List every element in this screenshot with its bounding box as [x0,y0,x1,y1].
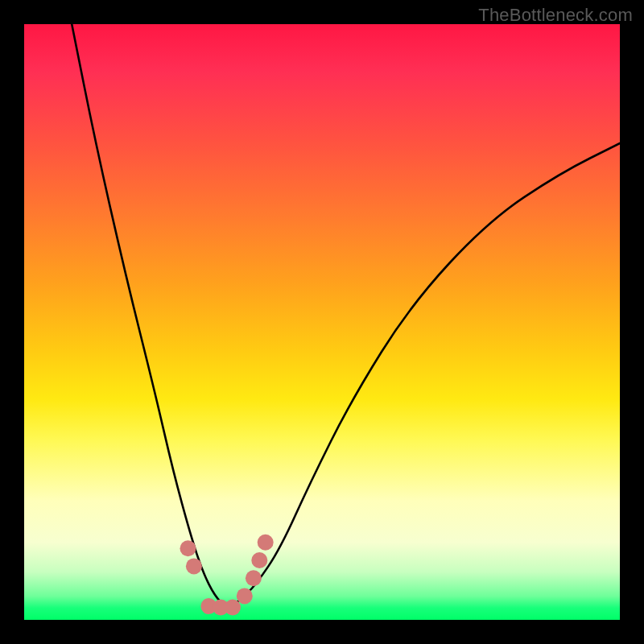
watermark-text: TheBottleneck.com [478,5,633,26]
highlight-dot [246,570,262,586]
highlight-dot [258,535,274,551]
highlight-dot [180,540,196,556]
curve-layer [24,24,620,620]
highlight-dot [225,599,241,615]
highlight-dot [186,558,202,574]
chart-frame: TheBottleneck.com [0,0,644,644]
plot-area [24,24,620,620]
bottleneck-curve [72,24,620,606]
marker-group [180,535,274,616]
highlight-dot [251,552,267,568]
highlight-dot [237,588,253,604]
